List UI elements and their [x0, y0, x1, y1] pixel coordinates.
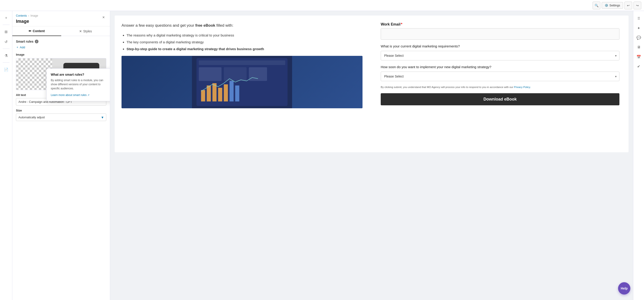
panel-header: Contents › Image Image ×	[12, 11, 110, 27]
svg-rect-10	[224, 84, 228, 101]
breadcrumb-separator: ›	[28, 14, 29, 17]
size-label: Size	[16, 109, 106, 112]
svg-rect-2	[199, 60, 285, 65]
svg-rect-7	[207, 85, 211, 101]
comment-button[interactable]: 💬	[635, 34, 643, 42]
learn-more-text: Learn more about smart rules	[51, 93, 86, 97]
edit-icon: ✏	[29, 29, 32, 33]
image-panel: Contents › Image Image × ✏ Content ✕ Sty…	[12, 11, 110, 300]
content-section: Answer a few easy questions and get your…	[115, 16, 372, 152]
privacy-policy-link[interactable]: Privacy Policy.	[514, 86, 531, 88]
document-icon[interactable]: 📄	[2, 65, 10, 74]
help-button[interactable]: Help	[618, 282, 630, 294]
sidebar-divider-1	[3, 25, 10, 25]
landing-page-card: Answer a few easy questions and get your…	[115, 16, 628, 152]
intro-bold: free eBook	[195, 23, 215, 28]
smart-rules-tooltip: What are smart rules? By adding smart ru…	[46, 68, 110, 101]
calendar-button[interactable]: 📅	[635, 53, 643, 61]
sidebar-divider-2	[3, 49, 10, 49]
close-button[interactable]: ×	[100, 14, 107, 21]
panel-title: Image	[16, 19, 106, 24]
smart-rules-label: Smart rules	[16, 40, 34, 43]
bullet-list: The reasons why a digital marketing stra…	[122, 33, 362, 52]
q1-select[interactable]: Please Select	[381, 51, 620, 60]
q2-select-wrapper: Please Select ▾	[381, 72, 620, 81]
image-section-label: Image	[16, 53, 106, 56]
sidebar-divider-3	[3, 62, 10, 63]
tooltip-title: What are smart rules?	[51, 73, 108, 76]
preview-image-inner	[122, 56, 362, 108]
browser-button[interactable]: 🖥	[635, 43, 643, 51]
panel-tabs: ✏ Content ✕ Styles	[12, 27, 110, 36]
undo-button[interactable]: ↩	[624, 2, 632, 9]
work-email-text: Work Email	[381, 22, 400, 26]
privacy-text: By clicking submit, you understand that …	[381, 85, 620, 89]
image-placeholder	[122, 56, 362, 108]
q1-label: What is your current digital marketing r…	[381, 44, 620, 49]
tab-content[interactable]: ✏ Content	[12, 27, 61, 36]
work-email-label: Work Email*	[381, 22, 620, 27]
form-section: Work Email* What is your current digital…	[372, 16, 628, 152]
list-item: Step-by-step guide to create a digital m…	[126, 46, 362, 52]
breadcrumb: Contents › Image	[16, 14, 106, 17]
email-input[interactable]	[381, 28, 620, 40]
svg-rect-12	[235, 85, 240, 101]
tab-styles[interactable]: ✕ Styles	[61, 27, 110, 36]
right-sidebar: ⠿ ✦ 💬 🖥 📅 ✔	[633, 11, 644, 300]
tooltip-text: By adding smart rules to a module, you c…	[51, 78, 108, 90]
history-icon[interactable]: ↺	[2, 38, 10, 46]
settings-button[interactable]: ⚙️ Settings	[602, 2, 623, 9]
svg-rect-9	[218, 88, 222, 101]
size-select-wrapper: Automatically adjust Custom Full width ▼	[16, 113, 106, 121]
check-button[interactable]: ✔	[635, 62, 643, 70]
privacy-text-content: By clicking submit, you understand that …	[381, 86, 514, 88]
add-icon: ＋	[16, 45, 19, 49]
breadcrumb-parent[interactable]: Contents	[16, 14, 27, 17]
list-item: The reasons why a digital marketing stra…	[126, 33, 362, 38]
top-bar: 🔍 ⚙️ Settings ↩ ↪	[0, 0, 644, 11]
layers-icon[interactable]: ⊞	[2, 28, 10, 36]
tab-content-label: Content	[33, 29, 45, 33]
redo-button[interactable]: ↪	[634, 2, 641, 9]
learn-more-link[interactable]: Learn more about smart rules ↗	[51, 93, 90, 97]
svg-rect-4	[224, 67, 247, 81]
add-label: Add	[20, 46, 25, 49]
lp-layout: Answer a few easy questions and get your…	[115, 16, 628, 152]
breadcrumb-current: Image	[30, 14, 38, 17]
svg-rect-5	[249, 67, 267, 81]
smart-rules-info-icon[interactable]: i	[35, 40, 38, 43]
svg-rect-3	[199, 67, 222, 81]
star-button[interactable]: ✦	[635, 24, 643, 32]
add-smart-rule-button[interactable]: ＋ Add	[16, 45, 106, 49]
svg-rect-6	[201, 90, 205, 101]
required-star: *	[401, 22, 402, 26]
grid-view-button[interactable]: ⠿	[635, 15, 643, 22]
list-item: The key components of a digital marketin…	[126, 39, 362, 45]
main-content: Answer a few easy questions and get your…	[110, 11, 644, 300]
search-button[interactable]: 🔍	[592, 2, 600, 9]
smart-rules-section: Smart rules i	[16, 40, 106, 43]
svg-rect-11	[230, 81, 234, 101]
external-link-icon: ↗	[88, 94, 90, 96]
download-ebook-button[interactable]: Download eBook	[381, 93, 620, 105]
flask-icon[interactable]: ⚗	[2, 52, 10, 60]
tab-styles-label: Styles	[83, 29, 92, 33]
q2-label: How soon do you want to implement your n…	[381, 65, 620, 69]
intro-text: Answer a few easy questions and get your…	[122, 22, 362, 29]
add-module-button[interactable]: ＋	[2, 14, 10, 22]
intro-after: filled with:	[215, 23, 233, 28]
gear-icon: ⚙️	[605, 4, 608, 7]
q2-select[interactable]: Please Select	[381, 72, 620, 81]
settings-label: Settings	[610, 4, 620, 7]
q1-select-wrapper: Please Select ▾	[381, 51, 620, 60]
styles-icon: ✕	[79, 29, 82, 33]
size-select[interactable]: Automatically adjust Custom Full width	[16, 113, 106, 121]
intro-part1: Answer a few easy questions and get your	[122, 23, 195, 28]
left-sidebar: ＋ ⊞ ↺ ⚗ 📄	[0, 0, 12, 300]
